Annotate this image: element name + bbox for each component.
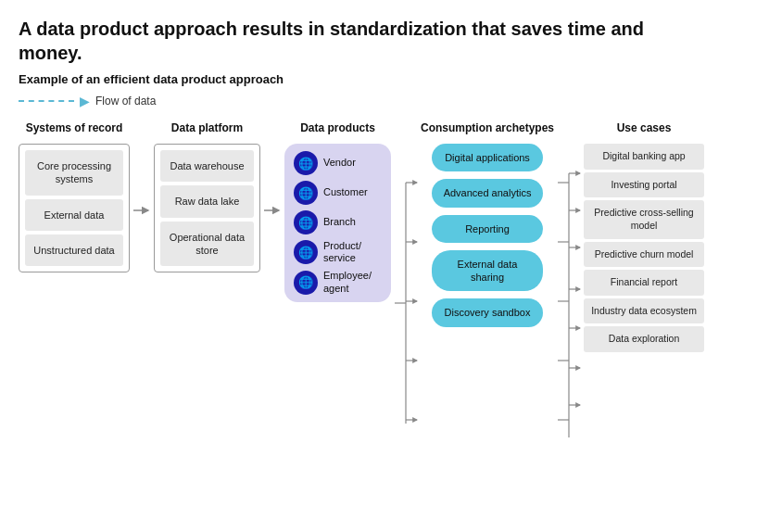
usecase-item-financial: Financial report	[584, 270, 704, 296]
sys-item-core: Core processing systems	[25, 150, 123, 196]
prod-label-employee: Employee/ agent	[323, 270, 382, 294]
prod-icon-vendor: 🌐	[294, 151, 318, 175]
usecase-item-churn: Predictive churn model	[584, 242, 704, 268]
usecase-item-investing: Investing portal	[584, 172, 704, 198]
usecase-item-exploration: Data exploration	[584, 326, 704, 352]
plat-item-warehouse: Data warehouse	[160, 150, 254, 182]
plat-item-raw: Raw data lake	[160, 185, 254, 217]
sys-item-external: External data	[25, 199, 123, 231]
prod-item-product: 🌐 Product/ service	[294, 240, 382, 264]
usecase-item-industry: Industry data ecosystem	[584, 298, 704, 324]
prod-item-customer: 🌐 Customer	[294, 181, 382, 205]
col-header-consumption: Consumption archetypes	[421, 121, 554, 134]
col-systems-of-record: Systems of record Core processing system…	[19, 121, 130, 272]
prod-icon-product: 🌐	[294, 240, 318, 264]
col-header-usecases: Use cases	[617, 121, 672, 134]
diagram: Systems of record Core processing system…	[19, 121, 750, 491]
col-consumption-archetypes: Consumption archetypes Digital applicati…	[421, 121, 554, 327]
prod-item-branch: 🌐 Branch	[294, 210, 382, 234]
sys-item-unstructured: Unstructured data	[25, 234, 123, 266]
usecases-list: Digital banking app Investing portal Pre…	[584, 144, 704, 352]
plat-item-operational: Operational data store	[160, 222, 254, 267]
main-title: A data product approach results in stand…	[19, 17, 667, 65]
subtitle: Example of an efficient data product app…	[19, 72, 750, 86]
prod-icon-employee: 🌐	[294, 271, 318, 295]
col-header-products: Data products	[300, 121, 375, 134]
prod-item-vendor: 🌐 Vendor	[294, 151, 382, 175]
platform-box: Data warehouse Raw data lake Operational…	[154, 144, 260, 272]
prod-label-vendor: Vendor	[323, 157, 356, 169]
flow-line	[19, 100, 74, 102]
flow-arrow-icon: ▶	[80, 94, 90, 108]
cons-item-advanced: Advanced analytics	[432, 179, 543, 207]
arrow-platform-products	[262, 155, 283, 269]
cons-item-discovery: Discovery sandbox	[432, 298, 543, 326]
usecase-item-cross-selling: Predictive cross-selling model	[584, 200, 704, 238]
col-header-platform: Data platform	[171, 121, 243, 134]
col-use-cases: Use cases Digital banking app Investing …	[584, 121, 704, 352]
col-data-products: Data products 🌐 Vendor 🌐 Customer 🌐 Bran…	[284, 121, 391, 302]
col-data-platform: Data platform Data warehouse Raw data la…	[154, 121, 260, 272]
usecase-item-digital-banking: Digital banking app	[584, 144, 704, 170]
cons-item-external: External data sharing	[432, 250, 543, 292]
consumption-list: Digital applications Advanced analytics …	[432, 144, 543, 327]
flow-legend-label: Flow of data	[95, 95, 156, 108]
prod-label-branch: Branch	[323, 216, 356, 228]
prod-label-product: Product/ service	[323, 240, 382, 264]
systems-box: Core processing systems External data Un…	[19, 144, 130, 272]
prod-item-employee: 🌐 Employee/ agent	[294, 270, 382, 294]
prod-label-customer: Customer	[323, 186, 368, 198]
products-box: 🌐 Vendor 🌐 Customer 🌐 Branch 🌐 Product/ …	[284, 144, 391, 302]
arrow-consumption-usecases	[556, 155, 582, 491]
prod-icon-branch: 🌐	[294, 210, 318, 234]
cons-item-digital: Digital applications	[432, 144, 543, 171]
arrow-systems-platform	[132, 155, 152, 269]
arrow-products-consumption	[393, 155, 419, 454]
prod-icon-customer: 🌐	[294, 181, 318, 205]
col-header-systems: Systems of record	[26, 121, 123, 134]
cons-item-reporting: Reporting	[432, 215, 543, 243]
